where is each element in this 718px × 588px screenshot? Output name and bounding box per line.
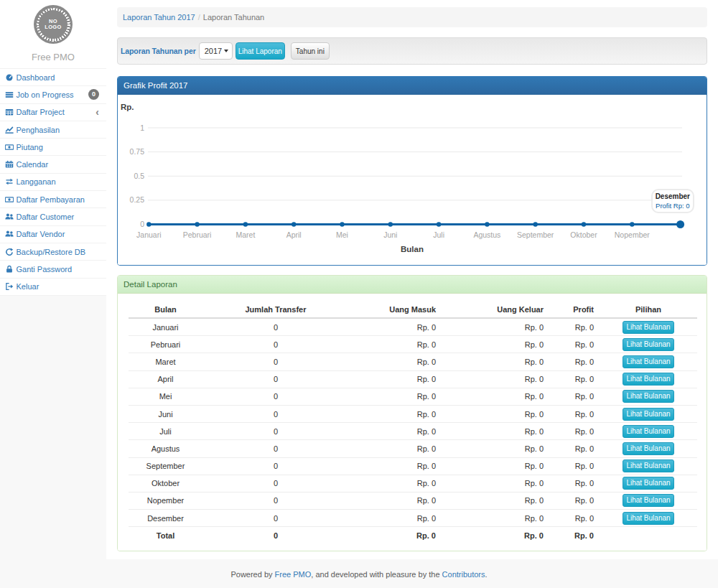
svg-text:Juli: Juli bbox=[433, 230, 444, 239]
sidebar-item-label: Calendar bbox=[17, 160, 49, 169]
table-row-juli: Juli0Rp. 0Rp. 0Rp. 0Lihat Bulanan bbox=[129, 423, 697, 440]
cell-profit: Rp. 0 bbox=[549, 440, 600, 457]
cell-uang-keluar: Rp. 0 bbox=[442, 318, 549, 336]
cell-bulan: Maret bbox=[129, 353, 202, 370]
cell-pilihan: Lihat Bulanan bbox=[600, 440, 697, 457]
sidebar-item-langganan[interactable]: Langganan bbox=[0, 173, 106, 190]
sidebar-item-ganti-password[interactable]: Ganti Password bbox=[0, 260, 106, 277]
lihat-bulanan-button-juli[interactable]: Lihat Bulanan bbox=[623, 425, 673, 438]
report-filter-bar: Laporan Tahunan per 2017 Lihat Laporan T… bbox=[117, 37, 707, 65]
column-header-pilihan: Pilihan bbox=[600, 301, 697, 318]
footer-app-link[interactable]: Free PMO bbox=[275, 570, 312, 579]
cell-uang-keluar: Rp. 0 bbox=[442, 510, 549, 527]
cell-jumlah-transfer: 0 bbox=[202, 457, 349, 475]
year-select[interactable]: 2017 bbox=[199, 42, 233, 60]
sign-out-icon bbox=[5, 282, 14, 291]
sidebar-item-backup-restore-db[interactable]: Backup/Restore DB bbox=[0, 243, 106, 260]
report-table: BulanJumlah TransferUang MasukUang Kelua… bbox=[129, 301, 697, 543]
lihat-bulanan-button-pebruari[interactable]: Lihat Bulanan bbox=[623, 338, 673, 351]
column-header-profit: Profit bbox=[549, 301, 600, 318]
sidebar-item-daftar-vendor[interactable]: Daftar Vendor bbox=[0, 225, 106, 243]
lihat-bulanan-button-april[interactable]: Lihat Bulanan bbox=[623, 373, 673, 386]
cell-uang-keluar: Rp. 0 bbox=[442, 353, 549, 370]
cell-pilihan: Lihat Bulanan bbox=[600, 475, 697, 492]
tahun-ini-button[interactable]: Tahun ini bbox=[291, 42, 330, 60]
total-profit: Rp. 0 bbox=[549, 527, 600, 544]
sidebar-item-daftar-pembayaran[interactable]: Daftar Pembayaran bbox=[0, 190, 106, 207]
svg-text:Mei: Mei bbox=[336, 230, 348, 239]
footer-contributors-link[interactable]: Contributors bbox=[442, 570, 485, 579]
progress-count-badge: 0 bbox=[88, 89, 99, 100]
svg-text:0.75: 0.75 bbox=[130, 147, 145, 156]
table-row-nopember: Nopember0Rp. 0Rp. 0Rp. 0Lihat Bulanan bbox=[129, 492, 697, 509]
cell-uang-masuk: Rp. 0 bbox=[349, 440, 442, 457]
sidebar-item-label: Piutang bbox=[17, 143, 43, 151]
cell-bulan: Mei bbox=[129, 388, 202, 405]
lihat-bulanan-button-september[interactable]: Lihat Bulanan bbox=[623, 459, 673, 472]
cell-pilihan: Lihat Bulanan bbox=[600, 353, 697, 370]
lihat-bulanan-button-desember[interactable]: Lihat Bulanan bbox=[623, 512, 673, 525]
sidebar-item-label: Langganan bbox=[17, 177, 56, 186]
lihat-bulanan-button-oktober[interactable]: Lihat Bulanan bbox=[623, 477, 673, 490]
users-icon bbox=[5, 213, 14, 221]
breadcrumb-current: Laporan Tahunan bbox=[203, 13, 264, 22]
total-label: Total bbox=[129, 527, 202, 544]
sidebar-item-keluar[interactable]: Keluar bbox=[0, 278, 106, 295]
cell-profit: Rp. 0 bbox=[549, 475, 600, 492]
lihat-bulanan-button-agustus[interactable]: Lihat Bulanan bbox=[623, 442, 673, 455]
cell-profit: Rp. 0 bbox=[549, 336, 600, 353]
svg-text:September: September bbox=[517, 230, 554, 239]
cell-uang-keluar: Rp. 0 bbox=[442, 457, 549, 475]
chart-tooltip: Desember Profit Rp: 0 bbox=[651, 189, 694, 213]
cell-pilihan: Lihat Bulanan bbox=[600, 388, 697, 405]
sidebar-item-job-on-progress[interactable]: Job on Progress0 bbox=[0, 85, 106, 103]
sidebar-item-penghasilan[interactable]: Penghasilan bbox=[0, 121, 106, 138]
lihat-bulanan-button-mei[interactable]: Lihat Bulanan bbox=[623, 390, 673, 403]
cell-uang-masuk: Rp. 0 bbox=[349, 388, 442, 405]
column-header-bulan: Bulan bbox=[129, 301, 202, 318]
sidebar-item-label: Daftar Project bbox=[17, 108, 65, 116]
cell-bulan: Desember bbox=[129, 510, 202, 527]
lihat-bulanan-button-januari[interactable]: Lihat Bulanan bbox=[623, 321, 673, 334]
lihat-laporan-button[interactable]: Lihat Laporan bbox=[236, 42, 285, 60]
lihat-bulanan-button-juni[interactable]: Lihat Bulanan bbox=[623, 408, 673, 421]
svg-text:0.25: 0.25 bbox=[130, 195, 145, 204]
cell-profit: Rp. 0 bbox=[549, 318, 600, 336]
cell-uang-keluar: Rp. 0 bbox=[442, 336, 549, 353]
cell-uang-masuk: Rp. 0 bbox=[349, 457, 442, 475]
cell-jumlah-transfer: 0 bbox=[202, 475, 349, 492]
svg-text:Nopember: Nopember bbox=[615, 230, 651, 239]
cell-uang-keluar: Rp. 0 bbox=[442, 423, 549, 440]
svg-text:Januari: Januari bbox=[136, 230, 161, 239]
sidebar-item-daftar-project[interactable]: Daftar Project‹ bbox=[0, 103, 106, 121]
lihat-bulanan-button-nopember[interactable]: Lihat Bulanan bbox=[623, 494, 673, 507]
sidebar-item-piutang[interactable]: Piutang bbox=[0, 138, 106, 155]
cell-pilihan: Lihat Bulanan bbox=[600, 370, 697, 388]
cell-profit: Rp. 0 bbox=[549, 405, 600, 422]
cell-jumlah-transfer: 0 bbox=[202, 510, 349, 527]
breadcrumb-separator: / bbox=[198, 13, 200, 22]
filter-label: Laporan Tahunan per bbox=[121, 47, 196, 55]
table-row-oktober: Oktober0Rp. 0Rp. 0Rp. 0Lihat Bulanan bbox=[129, 475, 697, 492]
svg-text:0.5: 0.5 bbox=[134, 172, 144, 180]
cell-pilihan: Lihat Bulanan bbox=[600, 405, 697, 422]
cell-uang-masuk: Rp. 0 bbox=[349, 423, 442, 440]
content-area: Laporan Tahun 2017/Laporan Tahunan Lapor… bbox=[106, 0, 718, 559]
breadcrumb: Laporan Tahun 2017/Laporan Tahunan bbox=[117, 7, 707, 27]
cell-bulan: Juli bbox=[129, 423, 202, 440]
users-icon bbox=[5, 230, 14, 238]
cell-jumlah-transfer: 0 bbox=[202, 336, 349, 353]
cell-jumlah-transfer: 0 bbox=[202, 318, 349, 336]
cell-profit: Rp. 0 bbox=[549, 388, 600, 405]
total-jumlah-transfer: 0 bbox=[202, 527, 349, 544]
sidebar-item-daftar-customer[interactable]: Daftar Customer bbox=[0, 207, 106, 225]
retweet-icon bbox=[5, 177, 14, 186]
sidebar-item-label: Penghasilan bbox=[17, 126, 60, 134]
lihat-bulanan-button-maret[interactable]: Lihat Bulanan bbox=[623, 355, 673, 368]
sidebar-item-dashboard[interactable]: Dashboard bbox=[0, 68, 106, 85]
cell-uang-masuk: Rp. 0 bbox=[349, 510, 442, 527]
sidebar-item-label: Backup/Restore DB bbox=[17, 248, 86, 256]
breadcrumb-link[interactable]: Laporan Tahun 2017 bbox=[123, 13, 195, 22]
sidebar-item-calendar[interactable]: Calendar bbox=[0, 155, 106, 172]
sidebar-menu: DashboardJob on Progress0Daftar Project‹… bbox=[0, 68, 106, 296]
